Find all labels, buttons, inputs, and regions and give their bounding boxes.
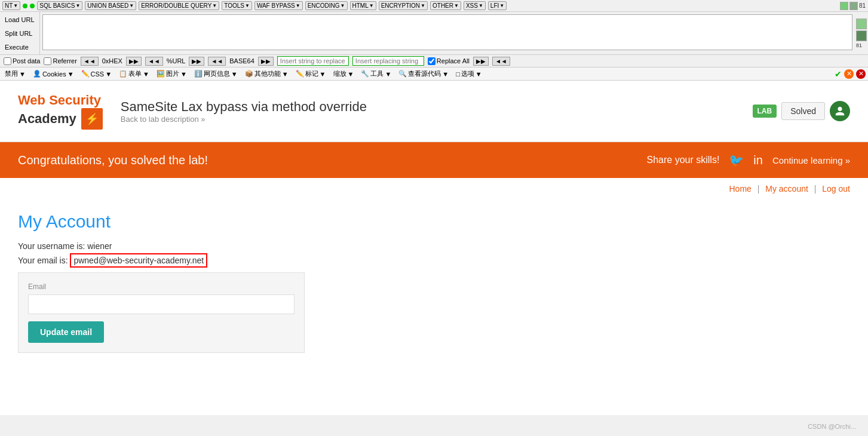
user-avatar-btn[interactable] — [830, 101, 850, 121]
cn-pageinfo-label: 网页信息 — [204, 69, 230, 78]
error-double-menu[interactable]: ERROR/DOUBLE QUERY ▼ — [139, 1, 219, 10]
post-data-check[interactable]: Post data — [4, 57, 40, 65]
nav-sep-1: | — [757, 184, 760, 194]
options-toolbar: Post data Referrer ◄◄ 0xHEX ▶▶ ◄◄ %URL ▶… — [0, 55, 868, 67]
arrow-right-1[interactable]: ▶▶ — [126, 57, 142, 66]
cn-other-btn[interactable]: 📦 其他功能 ▼ — [243, 69, 291, 79]
side-btn-1[interactable] — [840, 2, 848, 10]
email-value: pwned@web-security-academy.net — [70, 253, 207, 268]
log-out-link[interactable]: Log out — [822, 184, 850, 194]
url-side-btn-dark[interactable] — [856, 30, 867, 41]
other-label: OTHER — [433, 2, 453, 9]
arrow-right-2[interactable]: ▶▶ — [189, 57, 204, 66]
cn-form-icon: 📋 — [119, 70, 127, 78]
error-double-chevron: ▼ — [212, 3, 217, 8]
cn-disable-btn[interactable]: 禁用 ▼ — [2, 69, 28, 79]
cn-cookies-btn[interactable]: 👤 Cookies ▼ — [30, 69, 76, 78]
cn-form-arrow: ▼ — [143, 70, 149, 78]
username-label: Your username is: — [18, 241, 85, 251]
url-section: Load URL Split URL Execute 81 — [0, 12, 868, 55]
insert-replace-input[interactable] — [277, 56, 349, 66]
congrats-banner: Congratulations, you solved the lab! Sha… — [0, 142, 868, 178]
cn-mark-btn[interactable]: ✏️ 标记 ▼ — [293, 69, 329, 79]
tools-menu[interactable]: TOOLS ▼ — [222, 1, 252, 10]
home-link[interactable]: Home — [729, 184, 751, 194]
update-email-button[interactable]: Update email — [28, 321, 104, 343]
dot-green-2 — [30, 4, 35, 8]
sql-basics-label: SQL BASICS — [39, 2, 75, 9]
logo-line1: Web Security — [18, 93, 103, 108]
post-data-checkbox[interactable] — [4, 57, 11, 65]
cn-check-icon[interactable]: ✔ — [835, 69, 842, 79]
arrow-right-3[interactable]: ▶▶ — [258, 57, 274, 66]
continue-learning-link[interactable]: Continue learning » — [772, 155, 850, 165]
encoding-menu[interactable]: ENCODING ▼ — [305, 1, 348, 10]
cn-img-icon: 🖼️ — [157, 70, 165, 78]
other-menu[interactable]: OTHER ▼ — [430, 1, 461, 10]
logo-line2-text: Academy — [18, 111, 76, 127]
lab-title-section: SameSite Lax bypass via method override … — [121, 99, 367, 124]
union-based-menu[interactable]: UNION BASED ▼ — [85, 1, 136, 10]
encryption-menu[interactable]: ENCRYPTION ▼ — [379, 1, 428, 10]
nt-label: NT — [5, 2, 13, 9]
split-url-button[interactable]: Split URL — [2, 29, 37, 38]
replace-reverse-btn[interactable]: ◄◄ — [492, 57, 510, 66]
execute-button[interactable]: Execute — [2, 43, 37, 51]
url-side-btn-green[interactable] — [856, 19, 867, 29]
cn-x-icon[interactable]: ✕ — [844, 69, 854, 79]
cn-other-label: 其他功能 — [254, 69, 281, 78]
arrow-left-1[interactable]: ◄◄ — [81, 57, 99, 66]
html-menu[interactable]: HTML ▼ — [350, 1, 376, 10]
cn-options-label: 选项 — [461, 69, 474, 78]
cn-css-icon: ✏️ — [81, 70, 90, 78]
share-text: Share your skills! — [647, 155, 720, 165]
linkedin-icon[interactable]: in — [753, 153, 763, 167]
my-account-link[interactable]: My account — [765, 184, 808, 194]
base64-label: BASE64 — [229, 57, 254, 65]
side-indicator: 81 — [859, 2, 866, 9]
cn-disable-arrow: ▼ — [19, 70, 26, 78]
insert-replacing-input[interactable] — [352, 56, 424, 66]
oxhex-label: 0xHEX — [102, 57, 122, 65]
referrer-check[interactable]: Referrer — [44, 57, 76, 65]
lfi-chevron: ▼ — [499, 3, 504, 8]
arrow-left-3[interactable]: ◄◄ — [208, 57, 226, 66]
html-chevron: ▼ — [369, 3, 374, 8]
load-url-button[interactable]: Load URL — [2, 16, 37, 24]
waf-bypass-menu[interactable]: WAF BYPASS ▼ — [254, 1, 303, 10]
cn-zoom-btn[interactable]: 缩放 ▼ — [331, 69, 357, 79]
xss-menu[interactable]: XSS ▼ — [464, 1, 486, 10]
arrow-left-2[interactable]: ◄◄ — [145, 57, 163, 66]
replace-all-check[interactable]: Replace All — [428, 57, 470, 65]
cn-tools-arrow: ▼ — [385, 70, 391, 78]
side-btn-2[interactable] — [849, 2, 858, 10]
cn-form-btn[interactable]: 📋 表单 ▼ — [116, 69, 152, 79]
replace-arrow-btn[interactable]: ▶▶ — [473, 57, 489, 66]
referrer-checkbox[interactable] — [44, 57, 51, 65]
logo-icon-symbol: ⚡ — [85, 112, 99, 125]
cn-css-btn[interactable]: ✏️ CSS ▼ — [79, 69, 115, 78]
sql-basics-menu[interactable]: SQL BASICS ▼ — [37, 1, 82, 10]
cn-close-icon[interactable]: ✕ — [856, 69, 866, 79]
account-info: Your username is: wiener Your email is: … — [18, 241, 850, 265]
congrats-right: Share your skills! 🐦 in Continue learnin… — [647, 153, 851, 167]
email-form: Email Update email — [18, 272, 305, 353]
url-right-controls: 81 — [855, 12, 868, 54]
replace-all-checkbox[interactable] — [428, 57, 435, 65]
cn-source-btn[interactable]: 🔍 查看源代码 ▼ — [396, 69, 451, 79]
nt-dropdown[interactable]: NT ▼ — [2, 1, 20, 10]
cn-options-btn[interactable]: □ 选项 ▼ — [453, 69, 484, 79]
logo-container: Web Security Academy ⚡ — [18, 93, 103, 130]
email-form-input[interactable] — [28, 294, 295, 314]
lfi-menu[interactable]: LFI ▼ — [488, 1, 507, 10]
cn-tools-btn[interactable]: 🔧 工具 ▼ — [358, 69, 394, 79]
url-textarea[interactable] — [42, 14, 852, 50]
url-side-number: 81 — [856, 42, 867, 48]
cn-other-icon: 📦 — [245, 70, 253, 78]
back-to-lab-link[interactable]: Back to lab description » — [121, 115, 206, 124]
cn-pageinfo-btn[interactable]: ℹ️ 网页信息 ▼ — [192, 69, 240, 79]
user-icon — [835, 106, 845, 116]
twitter-icon[interactable]: 🐦 — [729, 153, 744, 167]
lab-title: SameSite Lax bypass via method override — [121, 99, 367, 115]
cn-img-btn[interactable]: 🖼️ 图片 ▼ — [154, 69, 189, 79]
